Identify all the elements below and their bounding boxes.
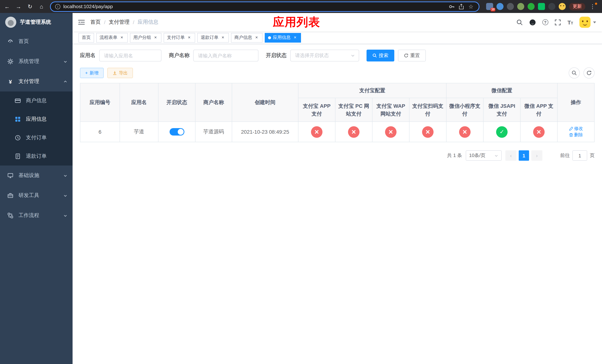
page-title-annotation: 应用列表 bbox=[273, 14, 320, 30]
profile-avatar-icon[interactable] bbox=[559, 3, 566, 10]
tab-close-icon[interactable]: × bbox=[119, 35, 124, 40]
extension-icon-droplet[interactable] bbox=[496, 3, 504, 10]
delete-link-label: 删除 bbox=[574, 132, 583, 138]
tab-close-icon[interactable]: × bbox=[220, 35, 226, 40]
cell-alipay-app bbox=[298, 122, 335, 142]
trash-icon bbox=[569, 133, 573, 137]
help-icon[interactable]: ? bbox=[542, 19, 548, 25]
forward-icon[interactable]: → bbox=[15, 3, 22, 10]
site-info-icon[interactable]: i bbox=[55, 4, 60, 9]
tab-user-group[interactable]: 用户分组× bbox=[130, 33, 161, 43]
tab-refund-order[interactable]: 退款订单× bbox=[197, 33, 229, 43]
sidebar-item-infra[interactable]: 基础设施 bbox=[0, 166, 73, 185]
breadcrumb-home[interactable]: 首页 bbox=[90, 19, 101, 26]
toggle-search-icon[interactable] bbox=[569, 67, 580, 78]
export-button[interactable]: 导出 bbox=[107, 68, 133, 78]
goto-label: 前往 bbox=[560, 152, 570, 159]
search-icon[interactable] bbox=[516, 19, 523, 26]
download-icon bbox=[113, 71, 117, 75]
col-app-id: 应用编号 bbox=[80, 83, 120, 122]
col-wx-mini: 微信小程序支付 bbox=[446, 98, 483, 122]
status-cross-icon bbox=[533, 126, 545, 138]
extension-icon-dark-circle[interactable] bbox=[507, 3, 514, 10]
tab-label: 退款订单 bbox=[201, 34, 218, 41]
status-select[interactable]: 请选择开启状态 bbox=[290, 50, 359, 62]
fullscreen-icon[interactable] bbox=[554, 19, 561, 26]
delete-link[interactable]: 删除 bbox=[569, 132, 583, 138]
add-button[interactable]: + 新增 bbox=[80, 68, 104, 78]
next-page-button[interactable]: › bbox=[531, 150, 542, 161]
cell-wx-jsapi bbox=[483, 122, 520, 142]
tab-close-icon[interactable]: × bbox=[254, 35, 259, 40]
tab-close-icon[interactable]: × bbox=[153, 35, 158, 40]
app-name-input[interactable] bbox=[99, 50, 161, 62]
page-size-select[interactable]: 10条/页 bbox=[466, 150, 502, 161]
sidebar-item-app-info[interactable]: 应用信息 bbox=[0, 110, 73, 128]
extension-icon-avatar[interactable] bbox=[517, 3, 524, 10]
screen: ← → ↻ ⌂ i localhost:1024/pay/app ☆ 10 bbox=[0, 0, 602, 364]
status-select-placeholder: 请选择开启状态 bbox=[295, 52, 329, 59]
goto-unit: 页 bbox=[590, 152, 595, 159]
toolbox-icon bbox=[7, 193, 13, 198]
search-button[interactable]: 搜索 bbox=[366, 50, 394, 62]
search-button-label: 搜索 bbox=[379, 52, 388, 59]
sidebar-item-label: 研发工具 bbox=[19, 192, 39, 199]
status-cross-icon bbox=[311, 126, 322, 138]
sidebar-logo[interactable]: 芋道管理系统 bbox=[0, 13, 73, 32]
tab-process-form[interactable]: 流程表单× bbox=[96, 33, 128, 43]
app-name-label: 应用名 bbox=[80, 52, 96, 59]
extension-icon-puzzle[interactable] bbox=[548, 3, 555, 10]
tab-close-icon[interactable]: × bbox=[187, 35, 192, 40]
tab-close-icon[interactable]: × bbox=[292, 35, 298, 40]
cell-app-id: 6 bbox=[80, 122, 120, 142]
sidebar-item-workflow[interactable]: 工作流程 bbox=[0, 205, 73, 225]
share-icon[interactable] bbox=[458, 3, 465, 10]
prev-page-button[interactable]: ‹ bbox=[505, 150, 516, 161]
bookmark-star-icon[interactable]: ☆ bbox=[468, 3, 474, 10]
home-icon[interactable]: ⌂ bbox=[38, 3, 45, 10]
tab-app-info[interactable]: 应用信息× bbox=[265, 33, 301, 43]
workflow-icon bbox=[7, 213, 13, 218]
goto-page-input[interactable] bbox=[572, 150, 587, 161]
edit-link[interactable]: 修改 bbox=[569, 126, 583, 132]
password-key-icon[interactable] bbox=[448, 3, 455, 10]
edit-link-label: 修改 bbox=[574, 126, 583, 132]
page-size-value: 10条/页 bbox=[469, 152, 485, 159]
tab-merchant-info[interactable]: 商户信息× bbox=[231, 33, 262, 43]
address-bar[interactable]: i localhost:1024/pay/app ☆ bbox=[50, 1, 479, 12]
browser-menu-icon[interactable]: ⋮ bbox=[589, 3, 596, 10]
page-content: 应用名 商户名称 开启状态 请选择开启状态 bbox=[73, 44, 602, 364]
app-title: 芋道管理系统 bbox=[20, 19, 51, 26]
user-avatar-menu[interactable] bbox=[580, 17, 596, 28]
cell-status bbox=[158, 122, 195, 142]
tab-pay-order[interactable]: 支付订单× bbox=[164, 33, 195, 43]
pagination-total: 共 1 条 bbox=[447, 152, 462, 159]
col-status: 开启状态 bbox=[158, 83, 195, 122]
sidebar-item-pay-order[interactable]: 支付订单 bbox=[0, 128, 73, 147]
sidebar-toggle-icon[interactable] bbox=[73, 19, 90, 25]
sidebar-item-merchant-info[interactable]: 商户信息 bbox=[0, 91, 73, 110]
tab-home[interactable]: 首页 bbox=[78, 33, 94, 43]
merchant-name-input[interactable] bbox=[193, 50, 258, 62]
font-size-icon[interactable]: TT bbox=[567, 20, 573, 25]
sidebar-item-label: 基础设施 bbox=[19, 172, 39, 179]
refresh-table-icon[interactable] bbox=[583, 67, 595, 78]
tab-label: 商户信息 bbox=[234, 34, 252, 41]
extension-icon-green-check[interactable] bbox=[527, 3, 535, 10]
extension-icon-wechat[interactable] bbox=[538, 3, 545, 10]
back-icon[interactable]: ← bbox=[4, 3, 10, 10]
github-icon[interactable] bbox=[529, 19, 536, 26]
sidebar-item-home[interactable]: 首页 bbox=[0, 32, 73, 52]
reset-button[interactable]: 重置 bbox=[398, 50, 426, 62]
col-app-name: 应用名 bbox=[120, 83, 158, 122]
sidebar-item-system[interactable]: 系统管理 bbox=[0, 52, 73, 72]
chevron-down-icon bbox=[593, 21, 596, 23]
reload-icon[interactable]: ↻ bbox=[27, 3, 33, 10]
current-page-button[interactable]: 1 bbox=[519, 150, 529, 161]
browser-update-button[interactable]: 更新 bbox=[569, 3, 585, 10]
status-toggle[interactable] bbox=[169, 128, 184, 136]
sidebar-item-payment[interactable]: ¥ 支付管理 bbox=[0, 72, 73, 91]
extension-icon-grid[interactable]: 10 bbox=[486, 3, 493, 10]
sidebar-item-refund-order[interactable]: 退款订单 bbox=[0, 147, 73, 166]
sidebar-item-dev-tools[interactable]: 研发工具 bbox=[0, 185, 73, 205]
